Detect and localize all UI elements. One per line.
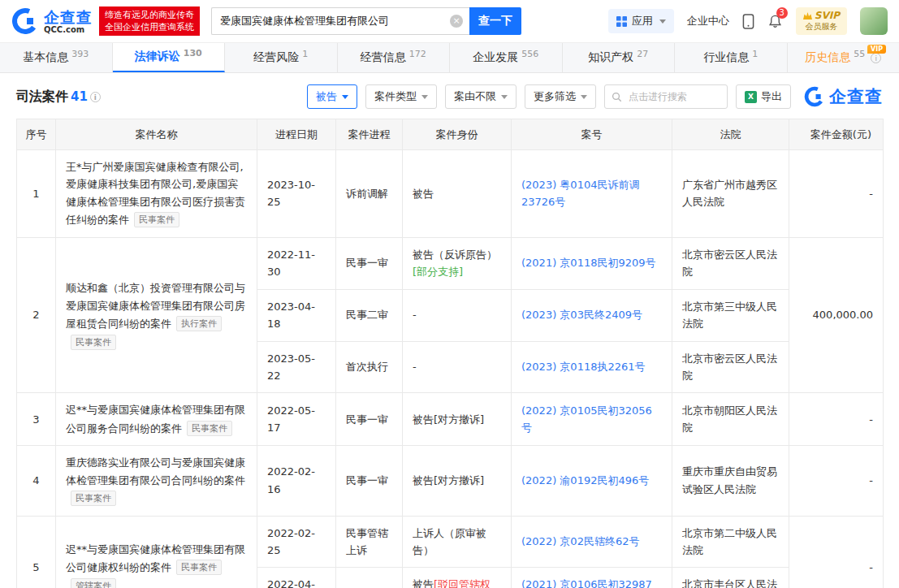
tab-5[interactable]: 企业发展556	[450, 43, 563, 72]
case-role-cell: 被告[对方撤诉]	[403, 446, 512, 516]
case-row: 3迟**与爱康国宾健康体检管理集团有限公司服务合同纠纷的案件民事案件2022-0…	[17, 393, 884, 446]
svip-badge[interactable]: SVIP 会员服务	[796, 7, 847, 35]
qcc-logo[interactable]: 企查查 QCC.com	[11, 7, 93, 35]
svip-top: SVIP	[803, 10, 840, 21]
court-name: 重庆市重庆自由贸易试验区人民法院	[672, 446, 789, 516]
column-header-6: 案号	[512, 119, 672, 150]
tab-2[interactable]: 法律诉讼130	[113, 43, 226, 72]
tab-count: 393	[71, 49, 89, 59]
case-role-cell: -	[403, 341, 512, 393]
search-button[interactable]: 查一下	[469, 7, 521, 35]
case-role-note: [对方撤诉]	[434, 474, 484, 486]
case-amount: -	[789, 393, 884, 446]
case-amount: -	[789, 516, 884, 588]
case-number-cell: (2022) 京02民辖终62号	[512, 516, 672, 568]
enterprise-center-link[interactable]: 企业中心	[687, 14, 729, 28]
case-role: 被告	[413, 474, 434, 486]
table-search	[604, 84, 728, 109]
avatar[interactable]	[860, 7, 888, 35]
mobile-app-button[interactable]	[742, 14, 754, 29]
section-count: 41	[71, 89, 88, 104]
tab-8[interactable]: 历史信息55VIPi	[788, 43, 899, 72]
case-role-cell: 被告	[403, 150, 512, 238]
case-number-cell: (2023) 京0118执2261号	[512, 341, 672, 393]
phone-icon	[742, 14, 754, 29]
svip-sub-label: 会员服务	[803, 21, 840, 32]
vip-badge: VIP	[867, 45, 886, 54]
tab-label: 企业发展	[473, 50, 518, 65]
tab-label: 法律诉讼	[135, 50, 180, 64]
tab-label: 知识产权	[588, 50, 633, 65]
tab-1[interactable]: 基本信息393	[0, 43, 113, 72]
section-title-text: 司法案件	[16, 89, 68, 106]
filter-dropdown-4[interactable]: 更多筛选	[525, 84, 596, 109]
proceeding-stage: 诉前调解	[336, 150, 403, 238]
filter-label: 案件类型	[374, 89, 417, 104]
tab-count: 172	[409, 49, 426, 59]
clear-icon[interactable]: ×	[450, 15, 463, 28]
tab-3[interactable]: 经营风险1	[225, 43, 338, 72]
proceeding-date: 2022-02-16	[257, 446, 336, 516]
case-number-link[interactable]: (2023) 京03民终2409号	[521, 309, 642, 321]
export-button[interactable]: X 导出	[736, 84, 791, 109]
case-name-cell: 迟**与爱康国宾健康体检管理集团有限公司服务合同纠纷的案件民事案件	[56, 393, 257, 446]
chevron-down-icon	[659, 19, 666, 24]
case-name-cell: 迟**与爱康国宾健康体检管理集团有限公司健康权纠纷的案件民事案件管辖案件	[56, 516, 257, 588]
case-number-link[interactable]: (2021) 京0106民初32987号	[521, 578, 652, 588]
case-row: 1王*与广州爱康国宾健康检查有限公司,爱康健康科技集团有限公司,爱康国宾健康体检…	[17, 150, 884, 238]
apps-grid-icon	[616, 16, 627, 27]
case-type-tag: 民事案件	[176, 560, 222, 575]
info-icon[interactable]: i	[90, 92, 101, 102]
case-role: -	[413, 309, 417, 321]
case-type-tag: 民事案件	[71, 491, 116, 506]
case-row: 5迟**与爱康国宾健康体检管理集团有限公司健康权纠纷的案件民事案件管辖案件202…	[17, 516, 884, 568]
company-search-input[interactable]	[211, 7, 469, 35]
case-role: 被告	[413, 413, 434, 426]
case-type-tag: 管辖案件	[71, 578, 116, 588]
filter-dropdown-1[interactable]: 被告	[307, 84, 357, 109]
case-number-link[interactable]: (2022) 京02民辖终62号	[521, 535, 639, 547]
case-index: 5	[17, 516, 56, 588]
table-search-input[interactable]	[627, 90, 718, 103]
notifications-button[interactable]: 3	[767, 14, 783, 29]
case-type-tag: 执行案件	[176, 316, 222, 331]
case-number-link[interactable]: (2022) 京0105民初32056号	[521, 404, 652, 434]
court-name: 北京市第二中级人民法院	[672, 516, 789, 568]
case-number-cell: (2023) 粤0104民诉前调23726号	[512, 150, 672, 238]
info-icon[interactable]: i	[871, 53, 881, 63]
column-header-5: 案件身份	[403, 119, 512, 150]
tab-6[interactable]: 知识产权27	[563, 43, 676, 72]
filter-label: 更多筛选	[534, 89, 576, 104]
case-number-link[interactable]: (2021) 京0118民初9209号	[521, 257, 656, 269]
case-name-link[interactable]: 重庆德路实业有限公司与爱康国宾健康体检管理集团有限公司合同纠纷的案件	[66, 456, 245, 486]
proceeding-date: 2022-04-25	[257, 568, 336, 588]
case-type-tag: 民事案件	[71, 335, 116, 350]
case-row: 2顺达和鑫（北京）投资管理有限公司与爱康国宾健康体检管理集团有限公司房屋租赁合同…	[17, 237, 884, 289]
tab-bar: 基本信息393法律诉讼130经营风险1经营信息172企业发展556知识产权27行…	[0, 42, 899, 73]
cases-table: 序号案件名称进程日期案件进程案件身份案号法院案件金额(元) 1王*与广州爱康国宾…	[16, 119, 884, 588]
proceeding-stage: 民事一审	[336, 446, 403, 516]
case-number-link[interactable]: (2022) 渝0192民初496号	[521, 474, 649, 486]
case-type-tag: 民事案件	[187, 421, 232, 436]
case-index: 1	[17, 150, 56, 238]
qcc-watermark-icon	[804, 86, 825, 107]
tab-4[interactable]: 经营信息172	[338, 43, 451, 72]
case-role: -	[413, 361, 417, 373]
tab-label: 经营信息	[361, 50, 406, 65]
case-number-link[interactable]: (2023) 粤0104民诉前调23726号	[521, 179, 639, 208]
apps-menu[interactable]: 应用	[608, 9, 674, 33]
toolbar-controls: 被告案件类型案由不限更多筛选 X 导出 企查查	[299, 84, 883, 109]
tab-7[interactable]: 行业信息1	[675, 43, 788, 72]
filter-dropdown-3[interactable]: 案由不限	[445, 84, 516, 109]
excel-icon: X	[745, 91, 757, 103]
chevron-down-icon	[342, 95, 348, 99]
section-title: 司法案件 41 i	[16, 89, 101, 106]
filter-dropdown-2[interactable]: 案件类型	[365, 84, 437, 109]
case-row: 4重庆德路实业有限公司与爱康国宾健康体检管理集团有限公司合同纠纷的案件民事案件2…	[17, 446, 884, 516]
proceeding-stage: 民事一审	[336, 568, 403, 588]
case-number-link[interactable]: (2023) 京0118执2261号	[521, 361, 646, 373]
court-name: 北京市丰台区人民法院	[672, 568, 789, 588]
tab-label: 基本信息	[23, 50, 68, 65]
section-toolbar: 司法案件 41 i 被告案件类型案由不限更多筛选 X 导出 企查查	[16, 84, 883, 109]
case-role: 被告	[413, 188, 434, 200]
